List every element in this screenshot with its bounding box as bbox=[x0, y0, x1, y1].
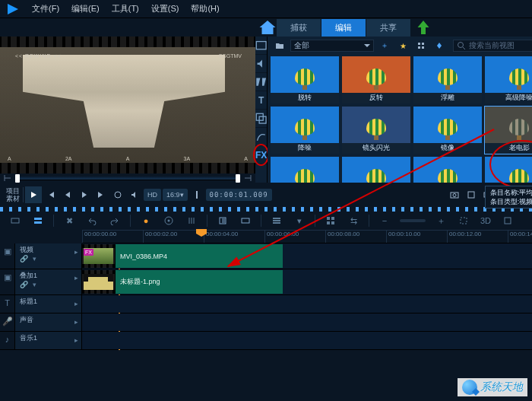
library-thumb[interactable] bbox=[342, 157, 410, 183]
timeline-ruler[interactable]: 00:00:00.00 00:00:02.00 00:00:04.00 00:0… bbox=[82, 230, 532, 243]
aspect-ratio-selector[interactable]: 16:9 ▾ bbox=[163, 189, 188, 201]
trim-track[interactable] bbox=[15, 177, 240, 180]
library-filter-select[interactable]: 全部 bbox=[290, 40, 374, 52]
expand-track-icon[interactable]: ▸ bbox=[74, 336, 78, 344]
tool-disc-icon[interactable] bbox=[161, 213, 176, 228]
option-a-button[interactable] bbox=[464, 187, 479, 202]
zoom-slider-minus[interactable]: − bbox=[377, 213, 392, 228]
track-music-header[interactable]: 音乐1 ▸ bbox=[15, 332, 82, 349]
track-title-header[interactable]: 标题1 ▸ bbox=[15, 295, 82, 313]
menu-edit[interactable]: 编辑(E) bbox=[65, 3, 106, 14]
redo-button[interactable] bbox=[107, 213, 122, 228]
timeline-view-button[interactable] bbox=[30, 213, 46, 228]
track-overlay-body[interactable]: 未标题-1.png bbox=[82, 269, 532, 294]
mode-project-label[interactable]: 项目 bbox=[3, 187, 24, 195]
mark-out-icon[interactable] bbox=[243, 173, 252, 183]
goto-end-button[interactable] bbox=[93, 187, 109, 202]
next-frame-button[interactable] bbox=[77, 187, 92, 202]
link-icon[interactable]: 🔗 bbox=[20, 281, 28, 288]
zoom-slider-plus[interactable]: ＋ bbox=[433, 213, 448, 228]
fit-project-button[interactable] bbox=[456, 213, 471, 228]
zoom-slider[interactable] bbox=[400, 219, 426, 222]
chevron-down-icon[interactable]: ▾ bbox=[33, 281, 36, 288]
mixer-button[interactable] bbox=[184, 213, 199, 228]
storyboard-view-button[interactable] bbox=[8, 213, 23, 228]
library-thumb[interactable]: 反转 bbox=[342, 56, 410, 103]
track-voice-header[interactable]: 声音 ▸ bbox=[15, 313, 82, 331]
side-sound-icon[interactable] bbox=[255, 55, 267, 73]
library-thumb[interactable] bbox=[271, 157, 339, 183]
expand-track-icon[interactable]: ▸ bbox=[74, 318, 78, 326]
chapter-button[interactable] bbox=[215, 213, 230, 228]
library-thumb[interactable] bbox=[485, 157, 532, 183]
menu-help[interactable]: 帮助(H) bbox=[185, 3, 225, 14]
library-thumb[interactable]: 脱转 bbox=[271, 56, 339, 103]
undo-button[interactable] bbox=[84, 213, 100, 228]
clip-overlay[interactable]: 未标题-1.png bbox=[82, 270, 283, 294]
mode-clip-label[interactable]: 素材 bbox=[3, 195, 24, 202]
tab-capture[interactable]: 捕获 bbox=[277, 19, 321, 37]
side-overlay-icon[interactable] bbox=[255, 110, 267, 128]
subtitle-button[interactable] bbox=[238, 213, 253, 228]
library-thumb[interactable]: 镜像 bbox=[413, 107, 482, 154]
play-button[interactable] bbox=[25, 186, 42, 203]
track-overlay-header[interactable]: 叠加1 🔗▾ ▸ bbox=[15, 269, 82, 294]
track-voice-icon[interactable]: 🎤 bbox=[0, 313, 15, 331]
side-title-icon[interactable]: T bbox=[255, 91, 267, 110]
multicam-button[interactable] bbox=[323, 213, 338, 228]
library-folder-icon[interactable] bbox=[272, 38, 287, 53]
side-path-icon[interactable] bbox=[255, 128, 267, 146]
preview-frame[interactable]: << REWIND << SGGTMV A 2A A 3A A bbox=[0, 47, 255, 163]
track-video-header[interactable]: 视频 🔗▾ ▸ bbox=[15, 243, 82, 269]
track-manager-button[interactable] bbox=[269, 213, 284, 228]
timecode-display[interactable]: 00:00:01.009 bbox=[206, 189, 272, 201]
track-voice-body[interactable] bbox=[82, 313, 532, 331]
track-music-body[interactable] bbox=[82, 332, 532, 349]
library-thumb[interactable]: 降噪 bbox=[271, 107, 339, 154]
library-thumb[interactable] bbox=[413, 157, 482, 183]
convert-3d-button[interactable]: 3D bbox=[479, 213, 492, 228]
library-favorite-icon[interactable]: ★ bbox=[395, 38, 410, 53]
track-music-icon[interactable]: ♪ bbox=[0, 332, 15, 349]
library-thumb[interactable]: 老电影 bbox=[485, 107, 532, 154]
track-video-cam-icon[interactable]: ▣ bbox=[0, 243, 15, 269]
split-button[interactable] bbox=[189, 187, 204, 202]
upload-icon[interactable] bbox=[414, 18, 432, 37]
tool-wrench-icon[interactable]: ✖ bbox=[62, 213, 77, 228]
expand-track-icon[interactable]: ▸ bbox=[74, 248, 78, 256]
library-thumb[interactable]: 高级降噪 bbox=[485, 56, 532, 103]
trim-handle-left[interactable] bbox=[15, 174, 20, 183]
track-title-body[interactable] bbox=[82, 295, 532, 313]
track-title-icon[interactable]: T bbox=[0, 295, 15, 313]
library-thumb[interactable]: 镜头闪光 bbox=[342, 107, 410, 154]
trim-bar[interactable] bbox=[0, 173, 255, 183]
marker-button[interactable]: ▾ bbox=[292, 213, 307, 228]
library-thumb[interactable]: 浮雕 bbox=[413, 56, 482, 103]
expand-track-icon[interactable]: ▸ bbox=[74, 300, 78, 307]
home-icon[interactable] bbox=[258, 18, 277, 37]
snapshot-button[interactable] bbox=[447, 187, 462, 202]
menu-file[interactable]: 文件(F) bbox=[26, 3, 65, 14]
trim-handle-right[interactable] bbox=[236, 174, 240, 183]
prev-frame-button[interactable] bbox=[60, 187, 75, 202]
volume-button[interactable] bbox=[127, 187, 142, 202]
menu-tools[interactable]: 工具(T) bbox=[106, 3, 145, 14]
record-button[interactable]: ● bbox=[138, 213, 154, 228]
ripple-button[interactable]: ⇆ bbox=[346, 213, 361, 228]
batch-convert-button[interactable] bbox=[500, 213, 515, 228]
loop-button[interactable] bbox=[110, 187, 125, 202]
tab-edit[interactable]: 编辑 bbox=[321, 19, 366, 37]
track-video-body[interactable]: FX MVI_0386.MP4 bbox=[82, 243, 532, 269]
chevron-down-icon[interactable]: ▾ bbox=[33, 255, 36, 263]
search-box[interactable]: 搜索当前视图 bbox=[453, 40, 532, 52]
goto-start-button[interactable] bbox=[43, 187, 59, 202]
clip-video[interactable]: FX MVI_0386.MP4 bbox=[82, 244, 283, 268]
track-overlay-cam-icon[interactable]: ▣ bbox=[0, 269, 15, 294]
side-transition-icon[interactable] bbox=[255, 73, 267, 91]
hd-indicator[interactable]: HD bbox=[144, 189, 161, 201]
menu-settings[interactable]: 设置(S) bbox=[145, 3, 185, 14]
library-sort-icon[interactable] bbox=[413, 38, 429, 53]
side-media-icon[interactable] bbox=[255, 37, 267, 55]
mark-in-icon[interactable] bbox=[3, 173, 12, 183]
side-fx-button[interactable]: FX bbox=[255, 146, 267, 164]
